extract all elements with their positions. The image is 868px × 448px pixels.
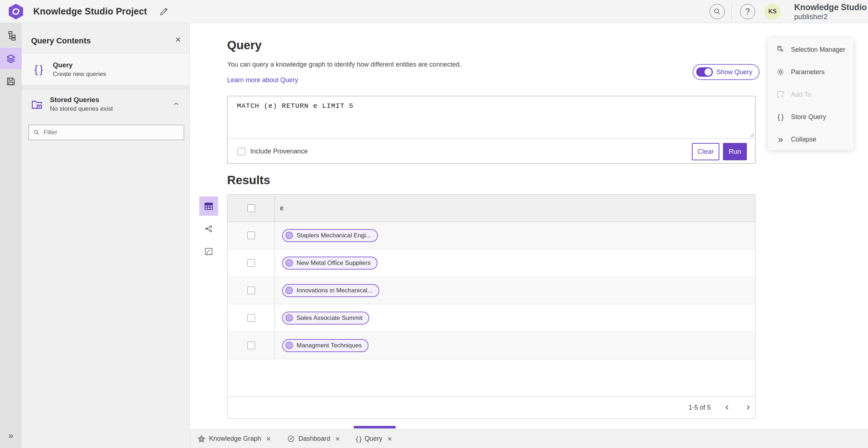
filter-field — [29, 125, 184, 140]
user-menu[interactable]: Knowledge Studio publisher2 — [794, 3, 867, 21]
sidebar-item-query[interactable]: { } Query Create new queries — [22, 54, 190, 85]
table-header-row: e — [227, 195, 755, 222]
menu-item-parameters[interactable]: Parameters — [768, 61, 854, 83]
user-name: publisher2 — [794, 13, 867, 21]
app-logo-icon[interactable] — [8, 4, 24, 20]
tab-label: Dashboard — [298, 435, 330, 443]
knowledge-graph-icon — [197, 435, 206, 443]
double-chevron-icon: » — [8, 431, 13, 441]
expand-rail-button[interactable]: » — [0, 428, 22, 443]
braces-icon: { } — [30, 63, 46, 76]
entity-pill[interactable]: Staplers Mechanical Engi... — [282, 229, 378, 242]
collapse-section-icon[interactable] — [172, 100, 180, 108]
include-provenance-label: Include Provenance — [250, 148, 308, 155]
query-description: You can query a knowledge graph to ident… — [227, 61, 461, 68]
row-checkbox[interactable] — [247, 287, 255, 294]
table-row: New Metal Office Suppliers — [227, 249, 755, 277]
tab-label: Query — [365, 435, 382, 443]
close-tab-icon[interactable]: × — [335, 435, 340, 443]
avatar[interactable]: KS — [765, 4, 780, 20]
entity-dot-icon — [285, 314, 293, 322]
results-table: e Staplers Mechanical Engi... New Metal … — [227, 194, 756, 419]
row-checkbox[interactable] — [247, 342, 255, 349]
entity-dot-icon — [285, 342, 293, 349]
link-chart-icon — [204, 224, 214, 234]
layers-icon — [5, 53, 16, 64]
active-tab-indicator — [354, 426, 396, 428]
tab-dashboard[interactable]: Dashboard × — [287, 430, 340, 448]
map-view-icon — [204, 246, 214, 257]
entity-pill[interactable]: New Metal Office Suppliers — [282, 257, 378, 270]
include-provenance-checkbox[interactable] — [238, 148, 245, 155]
edit-title-icon[interactable] — [158, 6, 169, 17]
chevron-right-icon — [744, 404, 752, 411]
menu-item-add-to: Add To — [768, 83, 854, 106]
query-contents-panel: Query Contents × { } Query Create new qu… — [22, 23, 190, 448]
entity-dot-icon — [285, 259, 293, 267]
view-link-chart-button[interactable] — [199, 219, 218, 238]
row-checkbox[interactable] — [247, 232, 255, 239]
stored-queries-section[interactable]: Stored Queries No stored queries exist — [22, 90, 190, 118]
pagination-prev-button[interactable] — [719, 400, 735, 415]
help-icon: ? — [745, 7, 750, 17]
entity-pill[interactable]: Innovations in Mechanical... — [282, 284, 379, 297]
entity-pill[interactable]: Sales Associate Summit — [282, 312, 369, 325]
query-editor: MATCH (e) RETURN e LIMIT 5 Include Prove… — [227, 96, 756, 164]
row-checkbox[interactable] — [247, 314, 255, 322]
braces-icon: { } — [776, 113, 785, 121]
table-view-icon — [203, 201, 214, 212]
menu-item-selection-manager[interactable]: Selection Manager — [768, 38, 854, 61]
show-query-label: Show Query — [716, 68, 752, 76]
view-map-button[interactable] — [199, 242, 218, 261]
query-editor-footer: Include Provenance Clear Run — [227, 139, 755, 164]
close-tab-icon[interactable]: × — [387, 435, 392, 443]
braces-icon: { } — [356, 435, 361, 443]
entity-dot-icon — [285, 287, 293, 294]
stored-queries-subtitle: No stored queries exist — [50, 105, 113, 113]
column-header-e: e — [275, 195, 755, 221]
topbar-divider — [731, 3, 732, 21]
table-row: Sales Associate Summit — [227, 304, 755, 332]
select-all-checkbox[interactable] — [247, 204, 255, 212]
query-text-area: MATCH (e) RETURN e LIMIT 5 — [227, 96, 755, 139]
add-to-icon — [776, 90, 785, 99]
panel-title: Query Contents — [31, 36, 91, 46]
header-checkbox-cell — [227, 195, 275, 221]
selection-manager-icon — [776, 45, 785, 54]
save-icon — [5, 76, 16, 87]
table-row: Managment Techniques — [227, 332, 755, 359]
search-button[interactable] — [710, 4, 725, 19]
resize-handle-icon[interactable] — [750, 133, 754, 138]
panel-close-icon[interactable]: × — [175, 35, 181, 44]
results-heading: Results — [227, 173, 270, 187]
menu-item-collapse[interactable]: » Collapse — [768, 128, 854, 151]
show-query-toggle[interactable]: Show Query — [693, 64, 760, 80]
panel-header: Query Contents × — [22, 23, 190, 54]
close-tab-icon[interactable]: × — [266, 435, 271, 443]
rail-item-save[interactable] — [0, 71, 22, 92]
project-title: Knowledge Studio Project — [33, 6, 147, 17]
query-input[interactable]: MATCH (e) RETURN e LIMIT 5 — [227, 96, 755, 139]
org-name: Knowledge Studio — [794, 3, 867, 12]
dashboard-icon — [287, 435, 295, 443]
entity-pill[interactable]: Managment Techniques — [282, 339, 369, 352]
clear-button[interactable]: Clear — [692, 143, 719, 160]
rail-item-contents[interactable] — [0, 48, 22, 69]
table-footer: 1-5 of 5 — [227, 396, 755, 418]
search-icon — [33, 129, 40, 136]
pagination-next-button[interactable] — [740, 400, 756, 415]
query-actions-menu: Selection Manager Parameters Add To { } … — [768, 38, 854, 150]
rail-item-data-model[interactable] — [0, 25, 22, 46]
menu-item-store-query[interactable]: { } Store Query — [768, 106, 854, 128]
toggle-switch[interactable] — [696, 67, 713, 77]
help-button[interactable]: ? — [740, 4, 755, 19]
run-button[interactable]: Run — [723, 143, 747, 160]
tab-knowledge-graph[interactable]: Knowledge Graph × — [197, 430, 271, 448]
learn-more-link[interactable]: Learn more about Query — [227, 76, 298, 84]
tab-query[interactable]: { } Query × — [356, 430, 392, 448]
view-table-button[interactable] — [199, 196, 218, 216]
filter-input[interactable] — [44, 129, 179, 136]
row-checkbox[interactable] — [247, 259, 255, 267]
table-row: Innovations in Mechanical... — [227, 277, 755, 304]
chevron-left-icon — [724, 404, 731, 411]
